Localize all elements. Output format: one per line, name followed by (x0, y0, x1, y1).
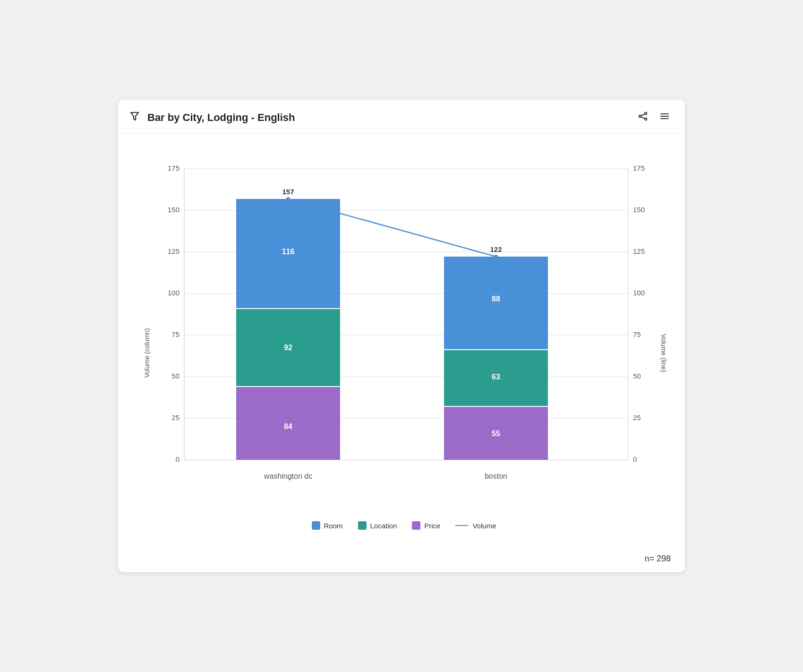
legend-price-label: Price (424, 522, 440, 530)
filter-icon[interactable] (128, 109, 142, 126)
header-icons (636, 109, 672, 126)
legend-price-color (412, 521, 420, 530)
svg-line-4 (641, 117, 645, 119)
svg-text:150: 150 (168, 206, 179, 214)
svg-text:75: 75 (633, 330, 641, 338)
svg-text:50: 50 (171, 372, 179, 380)
legend-room-label: Room (324, 522, 343, 530)
x-label-dc: washington dc (264, 472, 312, 480)
share-icon[interactable] (636, 109, 650, 126)
legend-location-label: Location (370, 522, 397, 530)
y-axis-left-label: Volume (column) (143, 328, 151, 378)
svg-text:25: 25 (633, 414, 641, 422)
volume-line-dot-boston (494, 255, 498, 258)
chart-legend: Room Location Price Volume (156, 521, 652, 530)
boston-price-label: 55 (492, 430, 500, 438)
dc-room-label: 116 (282, 248, 295, 256)
boston-total-label: 122 (490, 245, 502, 253)
dc-location-label: 92 (284, 344, 292, 352)
x-label-boston: boston (485, 472, 507, 480)
chart-wrapper: Volume (column) Volume (line) 0 25 50 75… (118, 134, 685, 572)
legend-price: Price (412, 521, 440, 530)
y-axis-right-label: Volume (line) (660, 334, 667, 372)
volume-line-dot-dc (286, 197, 290, 201)
svg-text:150: 150 (633, 206, 645, 214)
svg-marker-0 (131, 112, 138, 120)
svg-text:100: 100 (633, 289, 645, 297)
svg-text:0: 0 (633, 455, 637, 463)
svg-text:175: 175 (633, 164, 645, 172)
svg-text:175: 175 (168, 164, 179, 172)
svg-text:125: 125 (168, 247, 179, 255)
header-left: Bar by City, Lodging - English (128, 109, 295, 126)
legend-room-color (312, 521, 320, 530)
menu-icon[interactable] (658, 109, 672, 126)
legend-room: Room (312, 521, 343, 530)
legend-volume-line (455, 525, 469, 526)
svg-text:125: 125 (633, 247, 645, 255)
legend-location: Location (358, 521, 397, 530)
dc-price-label: 84 (284, 422, 292, 431)
legend-location-color (358, 521, 367, 530)
boston-room-label: 88 (492, 295, 500, 303)
dc-total-label: 157 (282, 188, 294, 196)
chart-header: Bar by City, Lodging - English (118, 100, 685, 134)
legend-volume: Volume (455, 522, 496, 530)
chart-card: Bar by City, Lodging - English Volume (c… (118, 100, 685, 572)
legend-volume-label: Volume (472, 522, 496, 530)
chart-title: Bar by City, Lodging - English (147, 112, 295, 124)
svg-text:25: 25 (171, 414, 179, 422)
boston-room-bar (444, 257, 548, 350)
svg-text:50: 50 (633, 372, 641, 380)
svg-line-5 (641, 114, 645, 116)
chart-svg: 0 25 50 75 100 125 150 175 0 25 50 75 10… (156, 153, 657, 512)
svg-text:75: 75 (171, 330, 179, 338)
svg-text:0: 0 (176, 455, 179, 463)
n-label: n= 298 (644, 554, 671, 564)
boston-location-label: 63 (492, 373, 500, 381)
svg-text:100: 100 (168, 289, 179, 297)
